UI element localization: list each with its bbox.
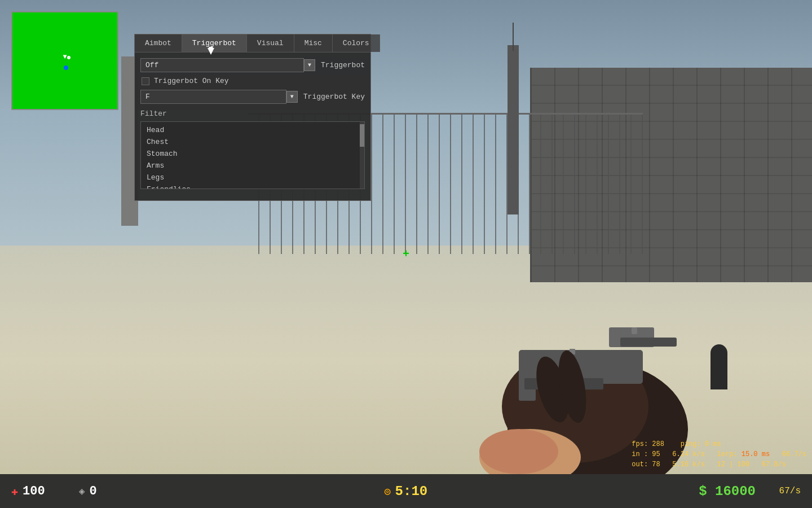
filter-scrollbar[interactable]	[360, 122, 364, 189]
health-value: 100	[23, 484, 45, 498]
triggerbot-key-select[interactable]: F	[140, 90, 286, 104]
tab-visual[interactable]: Visual	[247, 34, 294, 52]
filter-item-arms[interactable]: Arms	[141, 160, 364, 172]
net-sep: |	[729, 461, 733, 468]
menu-tabs: Aimbot Triggerbot Visual Misc Colors	[135, 34, 370, 52]
out-line: out: 78 5.16 k/s 12 | 100 67.8/s	[632, 459, 806, 470]
filter-item-head[interactable]: Head	[141, 124, 364, 136]
lerp-rate: 66.7/s	[782, 450, 806, 458]
minimap-marker	[64, 65, 68, 70]
triggerbot-key-label: Triggerbot Key	[303, 93, 365, 101]
filter-list-items: Head Chest Stomach Arms Legs Friendlies	[141, 122, 364, 189]
lerp-label: lerp:	[717, 450, 738, 458]
svg-point-12	[479, 429, 558, 474]
tower	[508, 45, 519, 214]
triggerbot-key-checkbox-label: Triggerbot On Key	[154, 77, 229, 85]
filter-item-legs[interactable]: Legs	[141, 172, 364, 183]
filter-scrollbar-thumb	[360, 124, 364, 147]
svg-rect-6	[620, 338, 677, 347]
tab-triggerbot[interactable]: Triggerbot	[182, 34, 247, 52]
out-value: 78	[652, 461, 660, 468]
timer-value: 5:10	[395, 484, 428, 499]
filter-item-stomach[interactable]: Stomach	[141, 148, 364, 160]
svg-rect-7	[632, 327, 637, 334]
hud-armor: ◈ 0	[79, 484, 97, 498]
triggerbot-key-checkbox-row: Triggerbot On Key	[140, 77, 365, 85]
cheat-menu: Aimbot Triggerbot Visual Misc Colors Off…	[134, 34, 371, 201]
hud-money: $ 16000	[699, 484, 756, 499]
hud-ammo: 67/s	[779, 486, 801, 496]
out-label: out:	[632, 461, 648, 468]
in-rate: 6.24 k/s	[672, 450, 705, 458]
filter-list: Head Chest Stomach Arms Legs Friendlies	[140, 121, 365, 189]
hud-timer: ◎ 5:10	[385, 484, 427, 499]
triggerbot-key-checkbox[interactable]	[142, 77, 149, 85]
triggerbot-key-arrow[interactable]: ▼	[286, 91, 298, 103]
triggerbot-label: Triggerbot	[321, 61, 365, 69]
ping-value: 0 ms	[705, 440, 721, 448]
tab-aimbot[interactable]: Aimbot	[135, 34, 182, 52]
minimap: ▼	[11, 11, 118, 110]
gun-area	[417, 192, 699, 474]
armor-value: 0	[90, 484, 97, 498]
in-label: in :	[632, 450, 648, 458]
out-rate: 5.16 k/s	[672, 461, 705, 468]
fps-label: fps:	[632, 440, 648, 448]
health-icon: ✚	[11, 484, 18, 498]
timer-icon: ◎	[385, 485, 391, 497]
lerp-value: 15.0 ms	[742, 450, 770, 458]
triggerbot-key-row: F ▼ Triggerbot Key	[140, 90, 365, 104]
minimap-player-dot	[67, 56, 70, 59]
filter-item-chest[interactable]: Chest	[141, 136, 364, 148]
triggerbot-key-value: F	[145, 93, 150, 101]
in-line: in : 95 6.24 k/s lerp: 15.0 ms 66.7/s	[632, 449, 806, 459]
triggerbot-onoff-select[interactable]: Off	[140, 58, 304, 72]
minimap-player-arrow: ▼	[63, 53, 67, 61]
net-players: 100	[738, 461, 750, 468]
triggerbot-onoff-value: Off	[145, 61, 158, 69]
fps-line: fps: 288 ping: 0 ms	[632, 439, 806, 449]
stats-overlay: fps: 288 ping: 0 ms in : 95 6.24 k/s ler…	[632, 439, 806, 470]
in-value: 95	[652, 450, 660, 458]
tab-colors[interactable]: Colors	[333, 34, 380, 52]
fps-value: 288	[652, 440, 664, 448]
armor-icon: ◈	[79, 485, 85, 497]
triggerbot-onoff-row: Off ▼ Triggerbot	[140, 58, 365, 72]
net-value: 12	[717, 461, 725, 468]
menu-content: Off ▼ Triggerbot Triggerbot On Key F ▼ T…	[135, 52, 370, 195]
hud-bar: ✚ 100 ◈ 0 ◎ 5:10 $ 16000 67/s	[0, 474, 812, 508]
hud-health: ✚ 100	[11, 484, 45, 498]
triggerbot-onoff-arrow[interactable]: ▼	[304, 59, 315, 71]
net-rate: 67.8/s	[762, 461, 786, 468]
filter-item-friendlies[interactable]: Friendlies	[141, 183, 364, 189]
filter-label: Filter	[140, 108, 365, 119]
crosshair: +	[403, 248, 409, 261]
enemy-silhouette	[710, 344, 727, 389]
tab-misc[interactable]: Misc	[294, 34, 333, 52]
ping-label: ping:	[681, 440, 701, 448]
